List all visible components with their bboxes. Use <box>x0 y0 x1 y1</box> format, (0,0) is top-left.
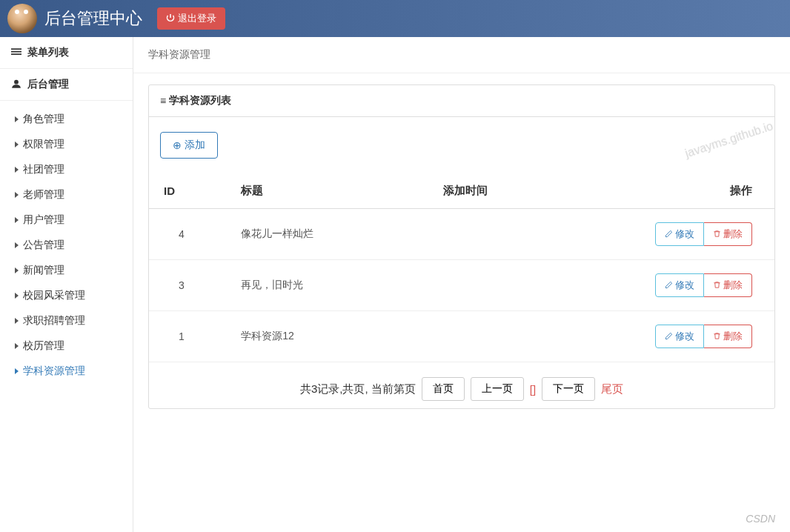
sidebar-item[interactable]: 公告管理 <box>0 233 133 258</box>
sidebar-item-label: 权限管理 <box>23 138 64 151</box>
sidebar-item[interactable]: 老师管理 <box>0 182 133 207</box>
col-title: 标题 <box>233 173 406 209</box>
caret-right-icon <box>15 116 19 122</box>
resource-table: ID 标题 添加时间 操作 4像花儿一样灿烂修改删除3再见，旧时光修改删除1学科… <box>149 173 774 362</box>
sidebar-item-label: 老师管理 <box>23 188 64 202</box>
pagination: 共3记录,共页, 当前第页 首页 上一页 [] 下一页 尾页 <box>149 362 774 408</box>
sidebar-item-label: 新闻管理 <box>23 264 64 277</box>
cell-time <box>407 209 524 260</box>
sidebar-item[interactable]: 用户管理 <box>0 207 133 233</box>
list-icon <box>11 47 21 59</box>
user-icon <box>11 79 21 91</box>
cell-id: 1 <box>149 311 233 362</box>
delete-label: 删除 <box>723 279 743 292</box>
trash-icon <box>713 331 721 342</box>
sidebar-section-header[interactable]: 后台管理 <box>0 69 133 101</box>
current-page: [] <box>530 383 536 396</box>
first-page-button[interactable]: 首页 <box>422 377 465 401</box>
svg-rect-1 <box>11 50 21 52</box>
panel-title: 学科资源列表 <box>169 94 231 107</box>
cell-title: 学科资源12 <box>233 311 406 362</box>
caret-right-icon <box>15 368 19 374</box>
avatar <box>7 4 37 33</box>
last-page-link[interactable]: 尾页 <box>601 382 623 396</box>
sidebar-item-label: 角色管理 <box>23 113 64 126</box>
power-icon <box>166 13 175 24</box>
panel: ≡ 学科资源列表 ⊕ 添加 ID 标题 添加时间 操作 <box>148 84 775 409</box>
cell-time <box>407 260 524 311</box>
delete-button[interactable]: 删除 <box>704 222 752 246</box>
sidebar-item-label: 校历管理 <box>23 339 64 353</box>
sidebar-item[interactable]: 角色管理 <box>0 107 133 132</box>
app-title: 后台管理中心 <box>44 7 142 30</box>
delete-label: 删除 <box>723 330 743 343</box>
table-row: 1学科资源12修改删除 <box>149 311 774 362</box>
cell-time <box>407 311 524 362</box>
edit-icon <box>665 331 673 342</box>
delete-button[interactable]: 删除 <box>704 273 752 297</box>
caret-right-icon <box>15 293 19 299</box>
cell-id: 4 <box>149 209 233 260</box>
cell-id: 3 <box>149 260 233 311</box>
svg-point-3 <box>14 79 19 84</box>
cell-actions: 修改删除 <box>524 209 774 260</box>
caret-right-icon <box>15 318 19 324</box>
cell-actions: 修改删除 <box>524 260 774 311</box>
delete-label: 删除 <box>723 227 743 241</box>
table-row: 3再见，旧时光修改删除 <box>149 260 774 311</box>
col-time: 添加时间 <box>407 173 524 209</box>
sidebar-menu-title: 菜单列表 <box>27 46 69 59</box>
sidebar-item-label: 社团管理 <box>23 163 64 176</box>
next-page-button[interactable]: 下一页 <box>542 377 595 401</box>
sidebar-item[interactable]: 新闻管理 <box>0 258 133 283</box>
sidebar-item[interactable]: 校历管理 <box>0 333 133 359</box>
pagination-summary: 共3记录,共页, 当前第页 <box>300 382 416 396</box>
sidebar-menu-header[interactable]: 菜单列表 <box>0 37 133 69</box>
prev-page-button[interactable]: 上一页 <box>471 377 524 401</box>
edit-button[interactable]: 修改 <box>655 273 704 297</box>
cell-title: 像花儿一样灿烂 <box>233 209 406 260</box>
sidebar-menu: 角色管理权限管理社团管理老师管理用户管理公告管理新闻管理校园风采管理求职招聘管理… <box>0 101 133 390</box>
menu-icon: ≡ <box>160 95 166 107</box>
sidebar-item[interactable]: 社团管理 <box>0 157 133 182</box>
caret-right-icon <box>15 192 19 198</box>
sidebar-item[interactable]: 校园风采管理 <box>0 283 133 308</box>
edit-button[interactable]: 修改 <box>655 325 704 348</box>
sidebar-section-title: 后台管理 <box>27 78 69 91</box>
sidebar: 菜单列表 后台管理 角色管理权限管理社团管理老师管理用户管理公告管理新闻管理校园… <box>0 37 133 532</box>
edit-label: 修改 <box>675 330 694 343</box>
caret-right-icon <box>15 343 19 349</box>
svg-rect-0 <box>11 48 21 50</box>
add-label: 添加 <box>185 139 205 152</box>
breadcrumb: 学科资源管理 <box>133 37 790 73</box>
col-actions: 操作 <box>524 173 774 209</box>
logout-label: 退出登录 <box>178 12 216 25</box>
sidebar-item-label: 校园风采管理 <box>23 289 85 302</box>
sidebar-item-label: 求职招聘管理 <box>23 314 85 327</box>
caret-right-icon <box>15 242 19 248</box>
sidebar-item[interactable]: 求职招聘管理 <box>0 308 133 333</box>
caret-right-icon <box>15 267 19 273</box>
caret-right-icon <box>15 217 19 223</box>
edit-label: 修改 <box>675 227 694 241</box>
trash-icon <box>713 280 721 291</box>
edit-label: 修改 <box>675 279 694 292</box>
sidebar-item[interactable]: 权限管理 <box>0 132 133 157</box>
edit-icon <box>665 229 673 240</box>
cell-actions: 修改删除 <box>524 311 774 362</box>
table-row: 4像花儿一样灿烂修改删除 <box>149 209 774 260</box>
delete-button[interactable]: 删除 <box>704 325 752 348</box>
caret-right-icon <box>15 167 19 173</box>
main-content: 学科资源管理 ≡ 学科资源列表 ⊕ 添加 ID 标题 添加时间 <box>133 37 790 532</box>
add-button[interactable]: ⊕ 添加 <box>160 132 218 159</box>
logout-button[interactable]: 退出登录 <box>157 7 225 30</box>
edit-button[interactable]: 修改 <box>655 222 704 246</box>
sidebar-item-label: 用户管理 <box>23 213 64 227</box>
sidebar-item[interactable]: 学科资源管理 <box>0 359 133 384</box>
sidebar-item-label: 公告管理 <box>23 239 64 252</box>
sidebar-item-label: 学科资源管理 <box>23 365 85 378</box>
trash-icon <box>713 229 721 240</box>
plus-icon: ⊕ <box>173 139 182 151</box>
panel-header: ≡ 学科资源列表 <box>149 85 774 117</box>
app-header: 后台管理中心 退出登录 <box>0 0 790 37</box>
